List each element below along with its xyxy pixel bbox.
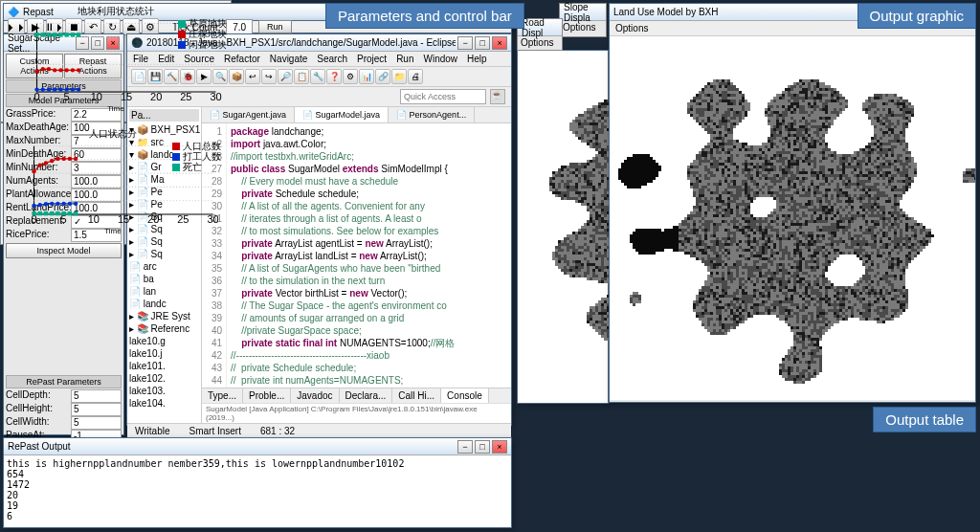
toolbar-btn-8[interactable]: ↪ bbox=[261, 69, 277, 84]
svg-rect-3844 bbox=[776, 240, 779, 243]
svg-rect-4562 bbox=[736, 266, 739, 269]
menu-project[interactable]: Project bbox=[357, 54, 387, 64]
menu-run[interactable]: Run bbox=[396, 54, 413, 64]
toolbar-btn-6[interactable]: 📦 bbox=[229, 69, 244, 84]
toolbar-btn-15[interactable]: 🔗 bbox=[375, 69, 390, 84]
svg-rect-6533 bbox=[587, 188, 590, 191]
svg-rect-315 bbox=[776, 102, 779, 105]
tree-node[interactable]: lake102. bbox=[129, 372, 199, 385]
svg-rect-3255 bbox=[828, 223, 831, 226]
svg-rect-1605 bbox=[900, 163, 902, 166]
editor-tab[interactable]: 📄 PersonAgent... bbox=[389, 107, 475, 122]
svg-rect-3756 bbox=[825, 237, 828, 240]
peek-opts[interactable]: Options bbox=[560, 21, 606, 33]
menu-search[interactable]: Search bbox=[317, 54, 347, 64]
svg-rect-3607 bbox=[702, 234, 704, 237]
svg-rect-316 bbox=[779, 102, 782, 105]
svg-rect-3276 bbox=[888, 223, 891, 226]
tree-node[interactable]: 📄 arc bbox=[129, 260, 199, 273]
param-value[interactable]: 5 bbox=[71, 403, 122, 416]
svg-rect-3773 bbox=[874, 237, 877, 240]
svg-rect-6668 bbox=[595, 223, 598, 226]
bottom-tab[interactable]: Call Hi... bbox=[392, 388, 441, 403]
svg-rect-4719 bbox=[707, 275, 710, 277]
svg-rect-3102 bbox=[859, 217, 862, 220]
min-btn[interactable]: − bbox=[457, 36, 473, 50]
svg-rect-1439 bbox=[647, 160, 650, 163]
svg-rect-2959 bbox=[877, 211, 880, 214]
close-btn[interactable]: × bbox=[492, 36, 507, 50]
svg-rect-1766 bbox=[819, 168, 822, 171]
toolbar-btn-13[interactable]: ⚙ bbox=[343, 69, 358, 84]
editor-tab[interactable]: 📄 SugarModel.java bbox=[295, 107, 389, 122]
min-btn[interactable]: − bbox=[457, 440, 473, 454]
max-btn[interactable]: □ bbox=[475, 440, 490, 454]
toolbar-btn-11[interactable]: 🔧 bbox=[310, 69, 325, 84]
tree-node[interactable]: lake10.j bbox=[129, 347, 199, 360]
svg-rect-1692 bbox=[880, 166, 882, 168]
tree-node[interactable]: ▸ 📚 JRE Syst bbox=[129, 310, 199, 322]
svg-rect-4993 bbox=[805, 286, 808, 289]
svg-rect-4669 bbox=[722, 272, 724, 275]
svg-rect-1779 bbox=[857, 168, 859, 171]
tree-node[interactable]: 📄 landc bbox=[129, 298, 199, 310]
svg-rect-3578 bbox=[920, 232, 923, 234]
svg-rect-2554 bbox=[822, 194, 825, 197]
svg-rect-984 bbox=[710, 140, 713, 143]
tree-node[interactable]: lake101. bbox=[129, 360, 199, 372]
peek-opts[interactable]: Options bbox=[518, 36, 562, 49]
svg-rect-2456 bbox=[753, 191, 756, 194]
menu-navigate[interactable]: Navigate bbox=[270, 54, 307, 64]
toolbar-btn-12[interactable]: ❓ bbox=[326, 69, 342, 84]
svg-rect-1987 bbox=[888, 174, 891, 177]
svg-rect-6500 bbox=[552, 186, 555, 188]
toolbar-btn-10[interactable]: 📋 bbox=[294, 69, 309, 84]
svg-rect-5113 bbox=[727, 292, 730, 295]
svg-rect-6732 bbox=[592, 237, 595, 240]
toolbar-btn-14[interactable]: 📊 bbox=[359, 69, 374, 84]
svg-rect-6545 bbox=[564, 191, 567, 194]
code-content[interactable]: package landchange;import java.awt.Color… bbox=[227, 123, 458, 388]
max-btn[interactable]: □ bbox=[475, 36, 490, 50]
inspect-model-btn[interactable]: Inspect Model bbox=[6, 243, 122, 258]
bottom-tab[interactable]: Proble... bbox=[243, 388, 291, 403]
param-value[interactable]: 5 bbox=[71, 416, 122, 430]
svg-rect-962 bbox=[796, 137, 799, 140]
tree-node[interactable]: 📄 ba bbox=[129, 273, 199, 285]
tree-node[interactable]: lake103. bbox=[129, 385, 199, 397]
menu-window[interactable]: Window bbox=[423, 54, 457, 64]
menu-help[interactable]: Help bbox=[467, 54, 487, 64]
run-btn[interactable]: Run bbox=[258, 20, 292, 33]
bottom-tab[interactable]: Type... bbox=[202, 388, 243, 403]
svg-rect-3202 bbox=[914, 220, 917, 223]
param-value[interactable]: 5 bbox=[71, 389, 122, 403]
bottom-tab[interactable]: Javadoc bbox=[291, 388, 339, 403]
toolbar-btn-17[interactable]: 🖨 bbox=[408, 69, 423, 84]
bottom-tab[interactable]: Console bbox=[441, 388, 489, 403]
svg-rect-1603 bbox=[894, 163, 897, 166]
map-canvas[interactable] bbox=[610, 36, 975, 400]
console-body[interactable]: this is highernpplandnumber nember359,th… bbox=[4, 455, 511, 527]
toolbar-btn-9[interactable]: 🔎 bbox=[278, 69, 293, 84]
svg-rect-3051 bbox=[713, 217, 716, 220]
toolbar-btn-16[interactable]: 📁 bbox=[391, 69, 407, 84]
code-editor[interactable]: 1232728293031323334353637383940414243444… bbox=[202, 123, 511, 388]
perspective-java-icon[interactable]: ☕ bbox=[490, 89, 505, 104]
svg-rect-674 bbox=[902, 117, 905, 120]
toolbar-btn-7[interactable]: ↩ bbox=[245, 69, 260, 84]
svg-rect-6122 bbox=[808, 372, 811, 375]
tree-node[interactable]: lake104. bbox=[129, 397, 199, 410]
close-btn[interactable]: × bbox=[492, 440, 507, 454]
svg-rect-3286 bbox=[917, 223, 920, 226]
tree-node[interactable]: ▸ 📄 Sq bbox=[129, 248, 199, 260]
tree-node[interactable]: lake10.g bbox=[129, 335, 199, 347]
quick-access-input[interactable] bbox=[400, 89, 486, 104]
svg-rect-5895 bbox=[719, 326, 722, 329]
console-titlebar[interactable]: RePast Output −□× bbox=[4, 438, 511, 455]
bottom-tab[interactable]: Declara... bbox=[340, 388, 393, 403]
tree-node[interactable]: 📄 lan bbox=[129, 285, 199, 298]
svg-rect-1436 bbox=[638, 160, 641, 163]
tree-node[interactable]: ▸ 📚 Referenc bbox=[129, 322, 199, 335]
svg-rect-2259 bbox=[857, 183, 859, 186]
svg-rect-1181 bbox=[862, 148, 865, 151]
